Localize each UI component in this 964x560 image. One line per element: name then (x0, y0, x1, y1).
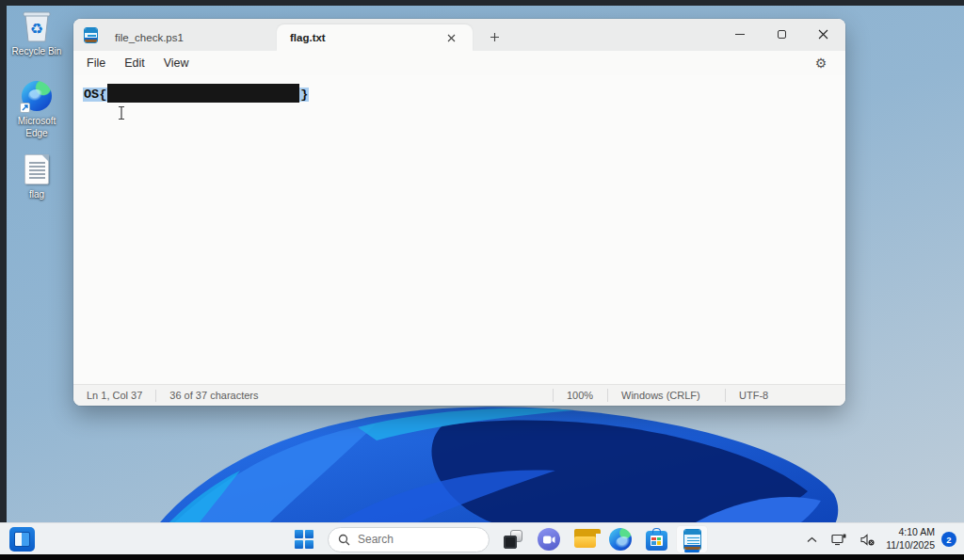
notepad-icon (683, 529, 701, 551)
shortcut-arrow-icon (20, 103, 30, 113)
notepad-app-icon (84, 27, 98, 43)
menu-file[interactable]: File (77, 54, 115, 72)
editor-text-line: OS{} (83, 84, 309, 104)
desktop-icon-label: Recycle Bin (6, 46, 68, 58)
search-icon (338, 534, 350, 546)
tray-clock[interactable]: 4:10 AM 11/10/2025 (886, 526, 935, 552)
selected-text: OS{} (83, 88, 309, 102)
minimize-icon (735, 34, 745, 35)
tray-time: 4:10 AM (886, 526, 935, 539)
edge-icon (20, 79, 54, 113)
screen-border-left (0, 0, 7, 554)
tab-close-icon[interactable] (442, 29, 459, 46)
tab-file-check[interactable]: file_check.ps1 (102, 24, 277, 51)
tab-flag-txt[interactable]: flag.txt (277, 24, 473, 51)
file-explorer-icon (574, 531, 596, 548)
tray-date: 11/10/2025 (886, 539, 935, 552)
status-char-count: 36 of 37 characters (156, 390, 271, 401)
desktop-icon-label: Microsoft Edge (6, 116, 68, 139)
taskbar-search[interactable] (328, 527, 490, 552)
notepad-taskbar-button[interactable] (676, 525, 708, 553)
document-icon (20, 152, 54, 186)
window-caption-controls (719, 19, 844, 49)
chat-button[interactable] (533, 525, 565, 553)
notepad-menu-bar: File Edit View ⚙ (73, 51, 845, 75)
maximize-button[interactable] (761, 19, 802, 49)
status-encoding[interactable]: UTF-8 (725, 389, 845, 402)
screen-border-top (0, 0, 964, 6)
close-icon (818, 29, 828, 40)
desktop-icon-label: flag (6, 189, 68, 201)
screen-border-bottom (0, 554, 964, 560)
minimize-button[interactable] (719, 19, 761, 49)
edge-button[interactable] (604, 525, 636, 553)
search-input[interactable] (328, 527, 490, 552)
edge-icon (609, 528, 632, 551)
notepad-editor[interactable]: OS{} (73, 75, 845, 384)
status-right-group: 100% Windows (CRLF) UTF-8 (553, 385, 845, 406)
menu-view[interactable]: View (154, 54, 199, 72)
notepad-tab-bar: file_check.ps1 flag.txt (73, 19, 845, 51)
tray-chevron-up-icon[interactable] (803, 533, 821, 547)
recycle-bin-icon: ♻ (20, 9, 54, 43)
menu-edit[interactable]: Edit (115, 54, 154, 72)
notepad-status-bar: Ln 1, Col 37 36 of 37 characters 100% Wi… (73, 384, 845, 406)
status-line-endings[interactable]: Windows (CRLF) (607, 389, 725, 402)
volume-muted-icon[interactable] (857, 530, 879, 550)
windows-logo-icon (295, 530, 313, 549)
task-view-icon (504, 530, 522, 549)
notification-badge[interactable]: 2 (941, 532, 956, 547)
settings-gear-icon[interactable]: ⚙ (810, 53, 832, 73)
desktop-icon-recycle-bin[interactable]: ♻ Recycle Bin (6, 9, 68, 58)
taskbar-center-group (288, 523, 708, 555)
redacted-content (107, 84, 299, 103)
flag-suffix: } (300, 88, 308, 102)
store-button[interactable] (640, 525, 672, 553)
tab-label: file_check.ps1 (115, 32, 184, 43)
status-zoom-level[interactable]: 100% (553, 389, 607, 402)
status-cursor-position: Ln 1, Col 37 (73, 390, 155, 401)
svg-text:♻: ♻ (30, 21, 43, 37)
tab-label: flag.txt (290, 32, 326, 43)
system-tray: 4:10 AM 11/10/2025 2 (803, 523, 956, 555)
taskbar-left-app-icon[interactable] (9, 527, 35, 552)
chat-icon (538, 528, 560, 551)
desktop-icon-flag[interactable]: flag (6, 152, 68, 201)
store-icon (646, 531, 667, 551)
network-icon[interactable] (827, 530, 850, 550)
task-view-button[interactable] (497, 525, 529, 553)
maximize-icon (778, 30, 786, 39)
desktop-icon-microsoft-edge[interactable]: Microsoft Edge (6, 79, 68, 139)
start-button[interactable] (288, 525, 320, 553)
text-cursor-pointer (117, 105, 126, 120)
notepad-window: file_check.ps1 flag.txt File Edit (73, 19, 845, 406)
taskbar: 4:10 AM 11/10/2025 2 (0, 522, 964, 554)
new-tab-button[interactable] (482, 24, 506, 49)
flag-prefix: OS{ (84, 88, 106, 102)
close-button[interactable] (802, 19, 844, 49)
file-explorer-button[interactable] (569, 525, 601, 553)
active-app-indicator (684, 550, 699, 552)
desktop-screen: ♻ Recycle Bin Microsoft Edge flag (0, 0, 964, 560)
